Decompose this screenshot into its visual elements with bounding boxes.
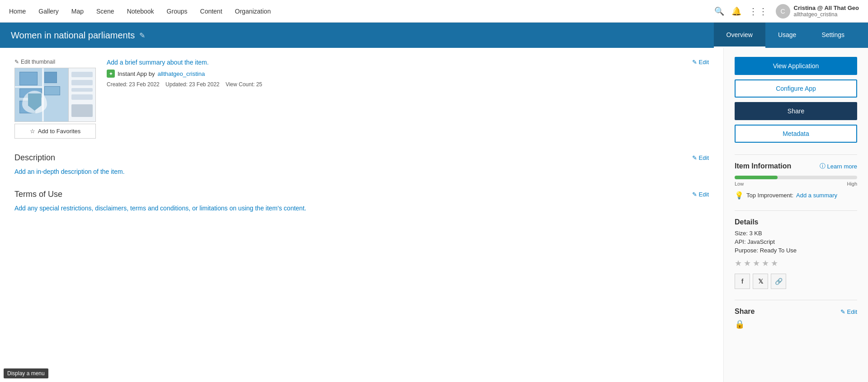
configure-app-button[interactable]: Configure App bbox=[735, 79, 857, 98]
nav-organization[interactable]: Organization bbox=[235, 8, 271, 15]
search-button[interactable]: 🔍 bbox=[714, 6, 724, 16]
avatar: C bbox=[776, 4, 790, 19]
user-info: Cristina @ All That Geo allthatgeo_crist… bbox=[794, 5, 859, 18]
twitter-share-button[interactable]: 𝕏 bbox=[753, 274, 768, 289]
share-icon: 🔗 bbox=[775, 278, 783, 285]
share-icon-row: 🔒 bbox=[735, 319, 857, 329]
user-name: Cristina @ All That Geo bbox=[794, 5, 859, 12]
learn-more-link[interactable]: ⓘ Learn more bbox=[820, 162, 857, 170]
pencil-icon-desc: ✎ bbox=[692, 154, 697, 161]
facebook-icon: f bbox=[741, 278, 744, 285]
waffle-menu-button[interactable]: ⋮⋮ bbox=[749, 6, 769, 17]
details-purpose: Purpose: Ready To Use bbox=[735, 247, 857, 254]
pencil-icon: ✎ bbox=[14, 59, 19, 65]
improvement-row: 💡 Top Improvement: Add a summary bbox=[735, 191, 857, 200]
terms-section: Terms of Use ✎ Edit Add any special rest… bbox=[14, 190, 709, 212]
grid-icon: ⋮⋮ bbox=[749, 6, 769, 17]
username-link[interactable]: allthatgeo_cristina bbox=[157, 70, 205, 77]
description-title: Description bbox=[14, 153, 55, 163]
share-button[interactable]: Share bbox=[735, 102, 857, 120]
twitter-icon: 𝕏 bbox=[758, 278, 763, 285]
main-layout: ✎ Edit thumbnail bbox=[0, 48, 868, 382]
pencil-icon-terms: ✎ bbox=[692, 191, 697, 198]
lightbulb-icon: 💡 bbox=[735, 191, 744, 200]
share-section: Share ✎ Edit 🔒 bbox=[735, 307, 857, 329]
terms-edit-button[interactable]: ✎ Edit bbox=[692, 191, 709, 198]
page-header: Women in national parliaments ✎ Overview… bbox=[0, 23, 868, 48]
top-navigation: Home Gallery Map Scene Notebook Groups C… bbox=[0, 0, 868, 23]
notifications-button[interactable]: 🔔 bbox=[731, 6, 741, 16]
summary-row: Add a brief summary about the item. ✎ Ed… bbox=[107, 59, 709, 66]
edit-title-icon[interactable]: ✎ bbox=[139, 31, 145, 40]
description-header: Description ✎ Edit bbox=[14, 153, 709, 163]
nav-home[interactable]: Home bbox=[9, 8, 26, 15]
nav-groups[interactable]: Groups bbox=[167, 8, 188, 15]
tab-overview[interactable]: Overview bbox=[714, 23, 765, 48]
item-info-header: Item Information ⓘ Learn more bbox=[735, 162, 857, 170]
nav-content[interactable]: Content bbox=[200, 8, 222, 15]
star-4[interactable]: ★ bbox=[762, 258, 769, 268]
star-5[interactable]: ★ bbox=[771, 258, 778, 268]
add-to-favorites-button[interactable]: ☆ Add to Favorites bbox=[14, 124, 96, 139]
rating-stars[interactable]: ★ ★ ★ ★ ★ bbox=[735, 258, 857, 268]
share-title: Share bbox=[735, 307, 755, 316]
description-section: Description ✎ Edit Add an in-depth descr… bbox=[14, 153, 709, 175]
progress-labels: Low High bbox=[735, 181, 857, 186]
map-panel bbox=[68, 68, 95, 121]
search-icon: 🔍 bbox=[714, 6, 724, 16]
lock-icon: 🔒 bbox=[735, 319, 745, 329]
header-tabs: Overview Usage Settings bbox=[714, 23, 857, 48]
nav-notebook[interactable]: Notebook bbox=[127, 8, 154, 15]
item-info-title: Item Information bbox=[735, 162, 791, 170]
item-information-section: Item Information ⓘ Learn more Low High 💡… bbox=[735, 162, 857, 200]
facebook-share-button[interactable]: f bbox=[735, 274, 750, 289]
terms-header: Terms of Use ✎ Edit bbox=[14, 190, 709, 199]
thumbnail-container: ✎ Edit thumbnail bbox=[14, 59, 96, 139]
bottom-tooltip: Display a menu bbox=[4, 368, 48, 378]
nav-scene[interactable]: Scene bbox=[96, 8, 114, 15]
edit-thumbnail-button[interactable]: ✎ Edit thumbnail bbox=[14, 59, 96, 65]
page-title: Women in national parliaments bbox=[11, 30, 135, 41]
add-summary-action[interactable]: Add a summary bbox=[796, 192, 837, 199]
details-title: Details bbox=[735, 218, 857, 226]
details-section: Details Size: 3 KB API: JavaScript Purpo… bbox=[735, 218, 857, 289]
tab-settings[interactable]: Settings bbox=[809, 23, 857, 48]
description-edit-button[interactable]: ✎ Edit bbox=[692, 154, 709, 161]
progress-bar-fill bbox=[735, 176, 778, 179]
main-content: ✎ Edit thumbnail bbox=[0, 48, 723, 382]
divider-3 bbox=[735, 300, 857, 300]
add-summary-link[interactable]: Add a brief summary about the item. bbox=[107, 59, 209, 66]
nav-icons: 🔍 🔔 ⋮⋮ C Cristina @ All That Geo allthat… bbox=[714, 4, 859, 19]
star-2[interactable]: ★ bbox=[744, 258, 751, 268]
instant-app-row: ✦ Instant App by allthatgeo_cristina bbox=[107, 70, 709, 78]
terms-title: Terms of Use bbox=[14, 190, 62, 199]
share-header: Share ✎ Edit bbox=[735, 307, 857, 316]
star-icon: ☆ bbox=[30, 128, 35, 135]
metadata-button[interactable]: Metadata bbox=[735, 125, 857, 143]
social-buttons: f 𝕏 🔗 bbox=[735, 274, 857, 289]
summary-edit-button[interactable]: ✎ Edit bbox=[692, 59, 709, 65]
page-title-area: Women in national parliaments ✎ bbox=[11, 30, 714, 41]
nav-gallery[interactable]: Gallery bbox=[38, 8, 58, 15]
details-api: API: JavaScript bbox=[735, 238, 857, 245]
nav-map[interactable]: Map bbox=[71, 8, 84, 15]
star-3[interactable]: ★ bbox=[753, 258, 760, 268]
thumbnail-section: ✎ Edit thumbnail bbox=[14, 59, 709, 139]
user-menu[interactable]: C Cristina @ All That Geo allthatgeo_cri… bbox=[776, 4, 859, 19]
map-thumbnail bbox=[15, 68, 95, 121]
add-terms-link[interactable]: Add any special restrictions, disclaimer… bbox=[14, 205, 306, 212]
divider-1 bbox=[735, 154, 857, 155]
divider-2 bbox=[735, 210, 857, 211]
instant-app-icon: ✦ bbox=[107, 70, 115, 78]
sidebar: View Application Configure App Share Met… bbox=[723, 48, 868, 382]
star-1[interactable]: ★ bbox=[735, 258, 742, 268]
add-description-link[interactable]: Add an in-depth description of the item. bbox=[14, 168, 125, 175]
pencil-icon-share: ✎ bbox=[840, 308, 845, 315]
bell-icon: 🔔 bbox=[731, 6, 741, 16]
tab-usage[interactable]: Usage bbox=[765, 23, 809, 48]
info-circle-icon: ⓘ bbox=[820, 162, 826, 170]
meta-row: Created: 23 Feb 2022 Updated: 23 Feb 202… bbox=[107, 81, 709, 88]
share-edit-button[interactable]: ✎ Edit bbox=[840, 308, 857, 315]
share-link-button[interactable]: 🔗 bbox=[771, 274, 786, 289]
view-application-button[interactable]: View Application bbox=[735, 57, 857, 75]
